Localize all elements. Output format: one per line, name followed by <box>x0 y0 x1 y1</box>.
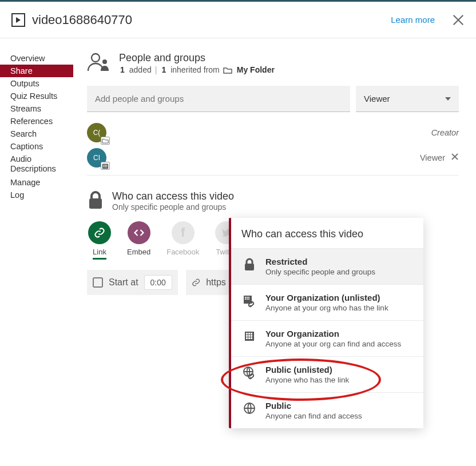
lock-icon <box>87 190 104 212</box>
svg-rect-29 <box>251 335 252 337</box>
sidebar-item-share[interactable]: Share <box>0 65 73 77</box>
svg-rect-7 <box>105 165 106 166</box>
access-option-sub: Only specific people and groups <box>265 268 375 276</box>
start-time-input[interactable]: 0:00 <box>144 275 172 290</box>
sidebar-item-captions[interactable]: Captions <box>0 140 73 153</box>
video-play-icon <box>11 13 25 27</box>
access-option-public[interactable]: PublicAnyone can find and access <box>231 392 423 428</box>
start-at-chip[interactable]: Start at 0:00 <box>87 270 178 295</box>
settings-sidebar: OverviewShareOutputsQuiz ResultsStreamsR… <box>0 52 73 295</box>
access-option-sub: Anyone can find and access <box>265 412 362 420</box>
link-icon <box>88 221 111 244</box>
start-at-label: Start at <box>109 277 138 288</box>
svg-rect-17 <box>245 297 246 298</box>
svg-rect-18 <box>247 297 248 298</box>
people-groups-header: People and groups 1 added | 1 inherited … <box>87 52 459 74</box>
building-badge-icon <box>101 162 110 170</box>
folder-icon <box>223 66 232 74</box>
learn-more-link[interactable]: Learn more <box>391 15 435 25</box>
access-option-your-organization[interactable]: Your OrganizationAnyone at your org can … <box>231 320 423 356</box>
folder-badge-icon <box>101 137 110 145</box>
svg-rect-8 <box>106 165 108 166</box>
access-header: Who can access this video Only specific … <box>87 190 459 212</box>
access-option-title: Your Organization (unlisted) <box>265 293 388 302</box>
sidebar-item-streams[interactable]: Streams <box>0 102 73 115</box>
svg-rect-21 <box>247 298 248 300</box>
access-option-title: Restricted <box>265 257 375 266</box>
access-option-title: Public <box>265 401 362 411</box>
sidebar-item-references[interactable]: References <box>0 115 73 128</box>
org-icon <box>241 329 257 342</box>
access-option-your-organization-unlisted-[interactable]: Your Organization (unlisted)Anyone at yo… <box>231 284 423 320</box>
sidebar-item-overview[interactable]: Overview <box>0 52 73 65</box>
person-role: Viewer <box>420 153 445 162</box>
share-link-button[interactable]: Link <box>88 221 111 260</box>
svg-rect-11 <box>106 166 108 168</box>
share-embed-label: Embed <box>127 248 150 256</box>
person-row: CIViewer <box>87 145 459 170</box>
svg-rect-26 <box>251 333 252 334</box>
lock-icon <box>241 257 257 272</box>
share-embed-button[interactable]: Embed <box>127 221 150 260</box>
access-option-title: Your Organization <box>265 329 401 338</box>
access-option-public-unlisted-[interactable]: Public (unlisted)Anyone who has the link <box>231 356 423 392</box>
svg-rect-31 <box>248 337 250 339</box>
access-option-sub: Anyone at your org who has the link <box>265 304 388 312</box>
access-subtitle: Only specific people and groups <box>112 202 234 212</box>
access-dropdown-title: Who can access this video <box>231 218 423 248</box>
remove-person-button[interactable] <box>451 153 459 163</box>
access-option-restricted[interactable]: RestrictedOnly specific people and group… <box>231 248 423 284</box>
embed-icon <box>128 221 150 244</box>
svg-rect-25 <box>248 333 250 334</box>
avatar: C( <box>87 123 106 142</box>
share-url-chip[interactable]: https <box>186 270 232 295</box>
svg-rect-24 <box>246 333 248 334</box>
access-option-title: Public (unlisted) <box>265 365 349 375</box>
svg-rect-27 <box>246 335 248 337</box>
role-select[interactable]: Viewer <box>356 86 459 112</box>
share-link-label: Link <box>93 248 106 260</box>
svg-rect-20 <box>245 298 246 300</box>
access-option-sub: Anyone who has the link <box>265 376 349 384</box>
sidebar-item-quiz-results[interactable]: Quiz Results <box>0 90 73 102</box>
video-title: video1688640770 <box>32 13 391 27</box>
globe-icon <box>241 401 257 415</box>
globe-link-icon <box>241 365 257 380</box>
svg-rect-15 <box>245 264 254 270</box>
person-row: C(Creator <box>87 120 459 145</box>
close-button[interactable] <box>452 14 465 26</box>
add-people-input[interactable] <box>87 86 350 112</box>
svg-rect-22 <box>248 298 249 300</box>
people-groups-icon <box>87 52 111 74</box>
svg-rect-28 <box>248 335 250 337</box>
chevron-down-icon <box>445 97 451 101</box>
org-link-icon <box>241 293 257 308</box>
svg-rect-9 <box>104 166 105 168</box>
share-facebook-button[interactable]: fFacebook <box>166 221 199 260</box>
link-icon <box>192 277 200 288</box>
access-option-sub: Anyone at your org can find and access <box>265 340 401 348</box>
sidebar-item-outputs[interactable]: Outputs <box>0 77 73 90</box>
person-role: Creator <box>431 128 459 137</box>
people-groups-subtitle: 1 added | 1 inherited from My Folder <box>119 65 276 74</box>
svg-rect-30 <box>246 337 248 339</box>
sidebar-item-log[interactable]: Log <box>0 189 73 201</box>
sidebar-item-search[interactable]: Search <box>0 128 73 140</box>
title-bar: video1688640770 Learn more <box>0 2 476 38</box>
role-select-value: Viewer <box>364 94 390 103</box>
svg-rect-10 <box>105 166 106 168</box>
svg-rect-14 <box>89 198 102 209</box>
svg-point-3 <box>92 54 100 62</box>
start-at-checkbox[interactable] <box>93 277 103 288</box>
svg-rect-32 <box>251 337 252 339</box>
svg-point-4 <box>102 59 107 64</box>
facebook-icon: f <box>172 221 195 244</box>
svg-rect-6 <box>104 165 105 166</box>
people-groups-title: People and groups <box>119 52 276 64</box>
svg-rect-19 <box>248 297 249 298</box>
avatar: CI <box>87 148 106 168</box>
sidebar-item-manage[interactable]: Manage <box>0 176 73 189</box>
sidebar-item-audio-descriptions[interactable]: Audio Descriptions <box>0 153 73 176</box>
access-title: Who can access this video <box>112 190 234 202</box>
svg-marker-0 <box>16 17 21 23</box>
